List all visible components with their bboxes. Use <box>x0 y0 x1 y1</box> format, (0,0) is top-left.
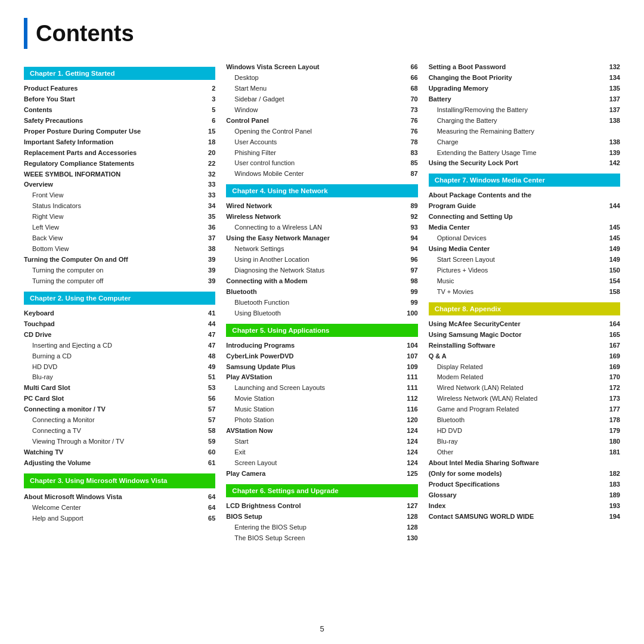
toc-entry: Reinstalling Software167 <box>429 340 620 351</box>
toc-entry: Other181 <box>429 447 620 458</box>
entry-label: User Accounts <box>226 138 401 147</box>
toc-entry: Display Related169 <box>429 362 620 373</box>
col-3: Setting a Boot Password132Changing the B… <box>429 62 620 623</box>
entry-page: 139 <box>603 148 620 158</box>
entry-page: 111 <box>401 383 418 393</box>
toc-entry: Adjusting the Volume61 <box>24 458 215 469</box>
toc-entry: TV + Movies158 <box>429 287 620 298</box>
toc-entry: Connecting with a Modem98 <box>226 276 417 287</box>
entry-page: 177 <box>603 405 620 414</box>
toc-entry: Using the Security Lock Port142 <box>429 158 620 169</box>
entry-label: Wireless Network (WLAN) Related <box>429 394 603 404</box>
entry-page: 68 <box>401 84 418 94</box>
toc-entry: Extending the Battery Usage Time139 <box>429 148 620 159</box>
toc-entry: Windows Vista Screen Layout66 <box>226 62 417 73</box>
chapter-header: Chapter 7. Windows Media Center <box>429 174 620 187</box>
entry-page: 97 <box>401 266 418 275</box>
entry-page: 165 <box>603 330 620 340</box>
toc-entry: Phishing Filter83 <box>226 148 417 159</box>
chapter-header: Chapter 8. Appendix <box>429 302 620 315</box>
entry-page: 85 <box>401 159 418 168</box>
entry-page: 134 <box>603 73 620 83</box>
entry-label: Start <box>226 437 401 447</box>
entry-page: 180 <box>603 437 620 447</box>
page-number: 5 <box>320 624 324 633</box>
entry-page: 22 <box>199 159 215 169</box>
entry-label: Turning the computer off <box>24 277 199 286</box>
toc-entry: Play AVStation111 <box>226 372 417 383</box>
toc-entry: Using Media Center149 <box>429 244 620 255</box>
toc-entry: Launching and Screen Layouts111 <box>226 383 417 394</box>
toc-entry: Battery137 <box>429 94 620 105</box>
toc-entry: Connecting to a Wireless LAN93 <box>226 222 417 233</box>
toc-entry: (Only for some models)182 <box>429 469 620 479</box>
entry-label: Wired Network (LAN) Related <box>429 383 603 393</box>
chapter-header: Chapter 3. Using Microsoft Windows Vista <box>24 473 215 489</box>
toc-entry: Viewing Through a Monitor / TV59 <box>24 436 215 447</box>
entry-page: 76 <box>401 127 418 137</box>
entry-page: 137 <box>603 106 620 115</box>
toc-entry: Network Settings94 <box>226 244 417 255</box>
entry-page: 39 <box>199 266 215 275</box>
entry-label: Sidebar / Gadget <box>226 95 401 104</box>
entry-label: Optional Devices <box>429 234 603 243</box>
toc-entry: Opening the Control Panel76 <box>226 126 417 137</box>
entry-label: Front View <box>24 191 199 200</box>
entry-page: 181 <box>603 448 620 457</box>
entry-label: CyberLink PowerDVD <box>226 352 401 361</box>
toc-entry: Product Specifications183 <box>429 479 620 490</box>
toc-entry: Modem Related170 <box>429 372 620 383</box>
entry-page: 173 <box>603 394 620 404</box>
entry-label: Keyboard <box>24 309 199 318</box>
entry-page: 61 <box>199 459 215 468</box>
toc-entry: Sidebar / Gadget70 <box>226 94 417 105</box>
entry-label: Screen Layout <box>226 459 401 468</box>
toc-entry: Program Guide144 <box>429 201 620 212</box>
toc-entry: Regulatory Compliance Statements22 <box>24 159 215 169</box>
entry-page: 96 <box>401 255 418 265</box>
entry-label: Connecting a TV <box>24 426 199 436</box>
toc-entry: Watching TV60 <box>24 447 215 458</box>
entry-label: Contact SAMSUNG WORLD WIDE <box>429 512 603 522</box>
toc-entry: Safety Precautions6 <box>24 116 215 126</box>
entry-label: Connecting with a Modem <box>226 277 401 286</box>
entry-page: 128 <box>401 523 418 532</box>
entry-label: Product Features <box>24 84 199 94</box>
col-1: Chapter 1. Getting StartedProduct Featur… <box>24 62 215 623</box>
toc-entry: Diagnosing the Network Status97 <box>226 265 417 276</box>
entry-page: 189 <box>603 491 620 500</box>
entry-label: Display Related <box>429 363 603 372</box>
entry-label: Welcome Center <box>24 503 199 513</box>
entry-label: Touchpad <box>24 320 199 329</box>
toc-entry: Overview33 <box>24 179 215 190</box>
toc-entry: Installing/Removing the Battery137 <box>429 105 620 116</box>
entry-page: 59 <box>199 437 215 447</box>
toc-entry: Left View36 <box>24 222 215 233</box>
entry-label: Before You Start <box>24 95 199 104</box>
toc-entry: Music154 <box>429 276 620 287</box>
toc-entry: WEEE SYMBOL INFORMATION32 <box>24 169 215 180</box>
entry-page: 107 <box>401 352 418 361</box>
entry-label: Using in Another Location <box>226 255 401 265</box>
entry-label: Exit <box>226 448 401 457</box>
toc-entry: Start124 <box>226 436 417 447</box>
entry-label: Charging the Battery <box>429 116 603 126</box>
entry-label: Control Panel <box>226 116 401 126</box>
entry-page: 64 <box>199 493 215 502</box>
entry-label: Window <box>226 106 401 115</box>
toc-entry: Wireless Network (WLAN) Related173 <box>429 394 620 404</box>
entry-page: 37 <box>199 234 215 243</box>
entry-page: 78 <box>401 138 418 147</box>
entry-page: 194 <box>603 512 620 522</box>
entry-page: 137 <box>603 95 620 104</box>
entry-page: 94 <box>401 244 418 254</box>
entry-label: Safety Precautions <box>24 116 199 126</box>
entry-label: Other <box>429 448 603 457</box>
toc-entry: Back View37 <box>24 233 215 244</box>
toc-entry: Right View35 <box>24 212 215 222</box>
toc-entry: Optional Devices145 <box>429 233 620 244</box>
page: Contents Chapter 1. Getting StartedProdu… <box>0 0 644 644</box>
entry-page: 70 <box>401 95 418 104</box>
toc-entry: Photo Station120 <box>226 415 417 426</box>
title-area: Contents <box>24 18 620 49</box>
